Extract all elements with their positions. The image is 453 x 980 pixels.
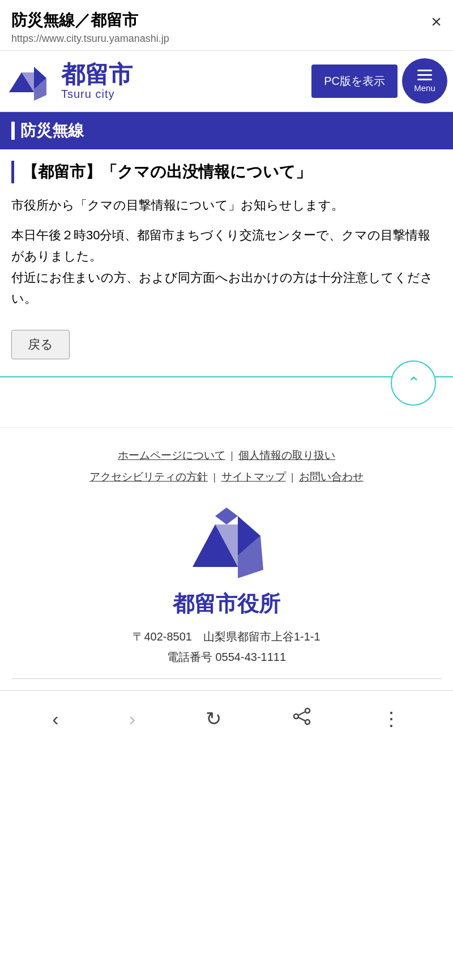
browser-title-area: 防災無線／都留市 https://www.city.tsuru.yamanash… xyxy=(11,10,420,45)
pc-version-button[interactable]: PC版を表示 xyxy=(311,65,398,98)
footer-address-line2: 電話番号 0554-43-1111 xyxy=(11,647,442,667)
section-header-bar xyxy=(11,122,15,140)
footer-address-line1: 〒402-8501 山梨県都留市上谷1-1-1 xyxy=(11,626,442,647)
browser-title: 防災無線／都留市 xyxy=(11,10,420,31)
browser-titlebar: 防災無線／都留市 https://www.city.tsuru.yamanash… xyxy=(0,0,453,51)
footer: ホームページについて | 個人情報の取り扱い アクセシビリティの方針 | サイト… xyxy=(0,427,453,690)
more-button[interactable]: ⋮ xyxy=(376,702,407,736)
browser-url: https://www.city.tsuru.yamanashi.jp xyxy=(11,33,420,45)
reload-button[interactable]: ↻ xyxy=(200,702,227,736)
footer-address: 〒402-8501 山梨県都留市上谷1-1-1 電話番号 0554-43-111… xyxy=(11,626,442,667)
share-button[interactable] xyxy=(287,701,317,736)
svg-marker-7 xyxy=(215,525,238,567)
menu-label: Menu xyxy=(414,83,435,93)
forward-icon: › xyxy=(129,708,135,730)
footer-city-name: 都留市役所 xyxy=(11,590,442,618)
svg-point-11 xyxy=(294,714,298,719)
svg-marker-3 xyxy=(22,72,34,92)
more-icon: ⋮ xyxy=(382,707,401,730)
logo-text: 都留市 Tsuru city xyxy=(61,62,133,101)
footer-link-accessibility[interactable]: アクセシビリティの方針 xyxy=(89,471,208,483)
article-title: 【都留市】「クマの出没情報について」 xyxy=(22,161,442,183)
logo-icon xyxy=(9,61,54,101)
scroll-top-button[interactable]: ⌃ xyxy=(391,360,436,406)
section-title: 防災無線 xyxy=(20,120,84,141)
menu-lines-icon xyxy=(417,70,432,80)
section-header: 防災無線 xyxy=(0,112,453,149)
logo-city-en: Tsuru city xyxy=(61,88,133,101)
svg-point-10 xyxy=(305,720,310,724)
logo-area: 都留市 Tsuru city xyxy=(0,57,311,105)
content-area: 【都留市】「クマの出没情報について」 市役所から「クマの目撃情報について」お知ら… xyxy=(0,149,453,376)
back-button[interactable]: 戻る xyxy=(11,330,70,359)
menu-button[interactable]: Menu xyxy=(402,58,447,104)
forward-nav-button[interactable]: › xyxy=(123,702,141,736)
scroll-top-area: ⌃ xyxy=(0,376,453,427)
footer-link-privacy[interactable]: 個人情報の取り扱い xyxy=(238,449,335,461)
svg-marker-8 xyxy=(215,508,238,525)
logo-city-name: 都留市 xyxy=(61,62,133,88)
footer-link-homepage[interactable]: ホームページについて xyxy=(118,449,225,461)
svg-line-12 xyxy=(298,712,305,715)
chevron-up-icon: ⌃ xyxy=(407,373,420,392)
back-nav-button[interactable]: ‹ xyxy=(46,702,64,736)
bottom-nav: ‹ › ↻ ⋮ xyxy=(0,690,453,747)
svg-point-9 xyxy=(305,708,310,713)
footer-divider xyxy=(11,678,442,679)
svg-line-13 xyxy=(298,717,305,721)
footer-links: ホームページについて | 個人情報の取り扱い アクセシビリティの方針 | サイト… xyxy=(11,445,442,488)
footer-logo-icon xyxy=(181,505,272,584)
footer-link-contact[interactable]: お問い合わせ xyxy=(299,471,364,483)
back-icon: ‹ xyxy=(52,708,58,730)
article-body-line2: 本日午後２時30分頃、都留市まちづくり交流センターで、クマの目撃情報がありました… xyxy=(11,225,442,310)
site-header: 都留市 Tsuru city PC版を表示 Menu xyxy=(0,51,453,112)
article-title-box: 【都留市】「クマの出没情報について」 xyxy=(11,161,442,183)
article-body-line1: 市役所から「クマの目撃情報について」お知らせします。 xyxy=(11,195,442,216)
footer-link-sitemap[interactable]: サイトマップ xyxy=(221,471,286,483)
close-icon[interactable]: × xyxy=(420,12,442,31)
article-body: 市役所から「クマの目撃情報について」お知らせします。 本日午後２時30分頃、都留… xyxy=(11,195,442,310)
reload-icon: ↻ xyxy=(206,707,221,730)
footer-logo-area: 都留市役所 〒402-8501 山梨県都留市上谷1-1-1 電話番号 0554-… xyxy=(11,505,442,667)
share-icon xyxy=(292,707,311,730)
